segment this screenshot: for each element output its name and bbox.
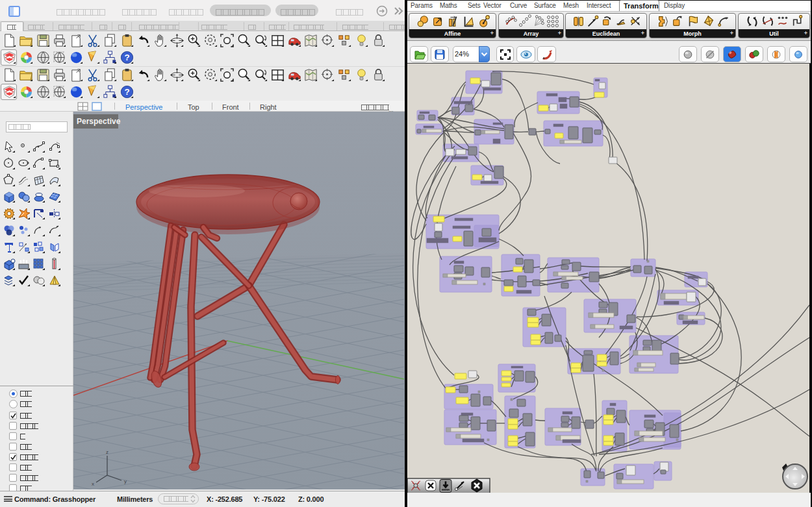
- svg-text:Perspective: Perspective: [77, 117, 121, 126]
- svg-text:x: x: [92, 481, 94, 487]
- svg-text:y: y: [124, 478, 127, 484]
- svg-text:z: z: [106, 449, 108, 455]
